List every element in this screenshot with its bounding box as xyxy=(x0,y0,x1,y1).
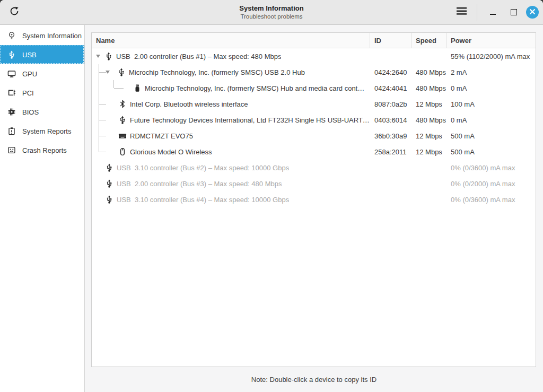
sidebar-item-system-reports[interactable]: System Reports xyxy=(0,121,84,141)
sidebar-item-bios[interactable]: BIOS xyxy=(0,102,84,121)
sidebar-item-system-information[interactable]: System Information xyxy=(0,26,84,45)
menu-button[interactable] xyxy=(452,3,470,21)
clipboard-icon xyxy=(7,127,16,136)
table-header: Name ID Speed Power xyxy=(92,33,536,48)
usb-icon xyxy=(117,68,126,76)
sidebar-item-pci[interactable]: PCI xyxy=(0,83,84,102)
tree-line xyxy=(95,80,102,96)
sidebar-item-label: Crash Reports xyxy=(22,146,67,154)
usb-icon xyxy=(105,163,113,172)
close-icon xyxy=(529,7,536,17)
keyboard-icon xyxy=(118,132,127,140)
bluetooth-icon xyxy=(118,100,127,108)
sidebar-item-crash-reports[interactable]: Crash Reports xyxy=(0,141,84,160)
table-row[interactable]: USB 3.10 controller (Bus #4) – Max speed… xyxy=(92,191,536,207)
table-row[interactable]: Intel Corp. Bluetooth wireless interface… xyxy=(92,96,536,112)
table-row[interactable]: USB 3.10 controller (Bus #2) – Max speed… xyxy=(92,160,536,176)
app-window: System Information Troubleshoot problems xyxy=(0,0,543,392)
expander-icon[interactable] xyxy=(106,71,110,74)
sad-face-icon xyxy=(7,146,16,155)
flash-drive-icon xyxy=(133,84,142,92)
table-row[interactable]: Glorious Model O Wireless 258a:2011 12 M… xyxy=(92,144,536,160)
table-row[interactable]: RDMCTMZT EVO75 36b0:30a9 12 Mbps 500 mA xyxy=(92,128,536,144)
titlebar-separator xyxy=(477,4,477,21)
sidebar-item-gpu[interactable]: GPU xyxy=(0,64,84,83)
usb-icon xyxy=(105,195,113,204)
table-row[interactable]: Microchip Technology, Inc. (formerly SMS… xyxy=(92,64,536,80)
device-table: Name ID Speed Power USB 2.00 controller … xyxy=(91,32,536,367)
tree-branch xyxy=(95,64,102,80)
table-row[interactable]: Future Technology Devices International,… xyxy=(92,112,536,128)
refresh-icon xyxy=(9,6,20,19)
sidebar-item-usb[interactable]: USB xyxy=(0,45,84,64)
sidebar: System Information USB GPU PCI BIOS Syst… xyxy=(0,25,85,392)
refresh-button[interactable] xyxy=(5,3,23,21)
close-button[interactable] xyxy=(526,6,539,19)
hamburger-icon xyxy=(457,7,467,17)
monitor-icon xyxy=(7,69,16,79)
mouse-icon xyxy=(118,147,127,156)
lightbulb-icon xyxy=(7,31,16,40)
sidebar-item-label: BIOS xyxy=(22,108,39,116)
usb-icon xyxy=(118,116,127,124)
column-header-id[interactable]: ID xyxy=(370,33,411,48)
expander-icon[interactable] xyxy=(96,55,100,58)
usb-icon xyxy=(7,50,16,59)
tree-branch xyxy=(110,80,120,96)
column-header-speed[interactable]: Speed xyxy=(411,33,446,48)
tree-branch xyxy=(95,144,102,160)
column-header-name[interactable]: Name xyxy=(92,33,370,48)
table-row[interactable]: Microchip Technology, Inc. (formerly SMS… xyxy=(92,80,536,96)
pci-card-icon xyxy=(7,89,16,98)
sidebar-item-label: PCI xyxy=(22,89,34,97)
sidebar-item-label: System Information xyxy=(22,32,82,40)
sidebar-item-label: USB xyxy=(22,51,37,59)
minimize-icon xyxy=(490,14,496,15)
sidebar-item-label: GPU xyxy=(22,70,37,78)
tree-branch xyxy=(95,112,102,128)
titlebar: System Information Troubleshoot problems xyxy=(0,0,543,25)
usb-icon xyxy=(104,52,113,60)
tree-branch xyxy=(95,128,102,144)
sidebar-item-label: System Reports xyxy=(22,127,71,135)
usb-icon xyxy=(105,179,113,188)
minimize-button[interactable] xyxy=(484,3,502,21)
column-header-power[interactable]: Power xyxy=(446,33,536,48)
main-panel: Name ID Speed Power USB 2.00 controller … xyxy=(85,25,543,392)
table-row[interactable]: USB 2.00 controller (Bus #1) – Max speed… xyxy=(92,48,536,64)
footer-note: Note: Double-click a device to copy its … xyxy=(85,367,543,392)
maximize-icon xyxy=(511,9,517,15)
tree-branch xyxy=(95,96,102,112)
chip-icon xyxy=(7,108,16,117)
maximize-button[interactable] xyxy=(505,3,523,21)
table-row[interactable]: USB 2.00 controller (Bus #3) – Max speed… xyxy=(92,176,536,191)
